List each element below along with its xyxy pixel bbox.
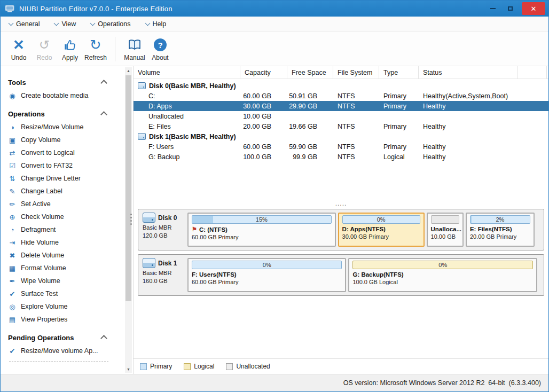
type-cell: Logical — [379, 153, 419, 161]
about-label: About — [152, 54, 168, 61]
disk-info-top: Disk 0 — [143, 213, 185, 223]
copy-volume-icon: ▣ — [8, 136, 17, 144]
sidebar-item-view-properties[interactable]: ▤View Properties — [8, 313, 124, 326]
scrollbar-thumb[interactable] — [126, 75, 131, 301]
sidebar-item-copy-volume[interactable]: ▣Copy Volume — [8, 134, 124, 146]
undo-button[interactable]: ✕ Undo — [6, 36, 32, 61]
free-space-cell: 59.90 GB — [287, 143, 333, 151]
volume-row-f-users[interactable]: F: Users60.00 GB59.90 GBNTFSPrimaryHealt… — [134, 142, 548, 152]
partition-name: E: Files(NTFS) — [470, 226, 512, 232]
hide-volume-icon: ⇥ — [8, 239, 17, 247]
minimize-button[interactable] — [484, 3, 501, 14]
explore-volume-icon: ◎ — [8, 303, 17, 311]
legend-logical: Logical — [184, 363, 214, 370]
disk-info: Disk 0Basic MBR120.0 GB — [138, 209, 185, 250]
volume-name: C: — [134, 92, 240, 100]
close-button[interactable]: ✕ — [522, 2, 545, 15]
disk-group-row[interactable]: Disk 0(Basic MBR, Healthy) — [134, 81, 548, 91]
sidebar-item-change-drive-letter[interactable]: ⇅Change Drive Letter — [8, 172, 124, 185]
menu-item-general[interactable]: General — [9, 20, 40, 28]
column-header-status[interactable]: Status — [419, 66, 518, 79]
splitter-handle[interactable]: ..... — [335, 201, 347, 206]
volume-name: D: Apps — [134, 103, 240, 110]
sidebar-item-check-volume[interactable]: ⊕Check Volume — [8, 210, 124, 223]
disk-group-row[interactable]: Disk 1(Basic MBR, Healthy) — [134, 131, 548, 142]
free-space-cell: 29.90 GB — [287, 103, 333, 110]
table-header: VolumeCapacityFree SpaceFile SystemTypeS… — [134, 66, 548, 79]
apply-button[interactable]: Apply — [57, 36, 83, 61]
menu-label: View — [61, 20, 76, 28]
volume-list: ..... Disk 0(Basic MBR, Healthy)C:60.00 … — [134, 79, 548, 206]
partition-label: D: Apps(NTFS) — [342, 226, 420, 232]
volume-row-unallocated[interactable]: Unallocated10.00 GB — [134, 111, 548, 121]
partition-detail: 30.00 GB Primary — [342, 233, 420, 240]
section-header-pending-operations[interactable]: Pending Operations — [8, 331, 124, 344]
sidebar-item-convert-to-logical[interactable]: ⇄Convert to Logical — [8, 146, 124, 159]
disk-map: Disk 0Basic MBR120.0 GB15%⚑C: (NTFS)60.0… — [134, 206, 548, 358]
menu-label: Help — [153, 20, 167, 28]
clipped-item-outline — [9, 362, 108, 362]
sidebar-item-delete-volume[interactable]: ✖Delete Volume — [8, 249, 124, 262]
about-button[interactable]: ? About — [147, 36, 173, 61]
partition-name: Unalloca... — [431, 226, 462, 232]
sidebar-item-defragment[interactable]: ◔Defragment — [8, 223, 124, 236]
disk-info: Disk 1Basic MBR160.0 GB — [138, 255, 185, 295]
partition-d-apps-ntfs[interactable]: 0%D: Apps(NTFS)30.00 GB Primary — [338, 213, 425, 247]
set-active-icon: ✏ — [8, 200, 17, 208]
disk-info-top: Disk 1 — [143, 258, 185, 268]
partition-c-ntfs[interactable]: 15%⚑C: (NTFS)60.00 GB Primary — [187, 213, 336, 247]
column-header-volume[interactable]: Volume — [134, 66, 240, 79]
panel-splitter-grip[interactable] — [130, 214, 132, 215]
sidebar-item-hide-volume[interactable]: ⇥Hide Volume — [8, 236, 124, 249]
sidebar-item-create-bootable-media[interactable]: ◉Create bootable media — [8, 89, 124, 102]
legend: PrimaryLogicalUnallocated — [134, 358, 548, 374]
sidebar-item-explore-volume[interactable]: ◎Explore Volume — [8, 300, 124, 313]
maximize-button[interactable] — [501, 3, 519, 14]
partitions: 0%F: Users(NTFS)60.00 GB Primary0%G: Bac… — [185, 255, 544, 295]
column-header-free-space[interactable]: Free Space — [287, 66, 333, 79]
partition-f-users-ntfs[interactable]: 0%F: Users(NTFS)60.00 GB Primary — [187, 258, 346, 292]
partition-label: G: Backup(NTFS) — [352, 271, 533, 278]
column-header-capacity[interactable]: Capacity — [240, 66, 287, 79]
refresh-label: Refresh — [84, 54, 107, 61]
sidebar-item-format-volume[interactable]: ▦Format Volume — [8, 262, 124, 275]
section-header-tools[interactable]: Tools — [8, 75, 124, 89]
partition-e-files-ntfs[interactable]: 2%E: Files(NTFS)20.00 GB Primary — [466, 213, 535, 247]
column-header-type[interactable]: Type — [379, 66, 419, 79]
menu-item-help[interactable]: Help — [146, 20, 167, 28]
type-cell: Primary — [379, 92, 419, 100]
unallocated-swatch — [226, 363, 233, 370]
undo-icon: ✕ — [13, 36, 25, 53]
column-header-file-system[interactable]: File System — [333, 66, 379, 79]
partitions: 15%⚑C: (NTFS)60.00 GB Primary0%D: Apps(N… — [185, 209, 544, 250]
sidebar-item-wipe-volume[interactable]: ✒Wipe Volume — [8, 275, 124, 287]
sidebar-item-surface-test[interactable]: ✔Surface Test — [8, 287, 124, 300]
defragment-icon: ◔ — [8, 226, 17, 234]
sidebar-item-label: Set Active — [21, 200, 51, 208]
menu-item-operations[interactable]: Operations — [91, 20, 130, 28]
change-drive-letter-icon: ⇅ — [8, 175, 17, 183]
sidebar-item-resize-move-volume[interactable]: ◑Resize/Move Volume — [8, 121, 124, 134]
sidebar-scrollbar[interactable]: ▲ ▼ — [125, 67, 132, 373]
disk-icon — [143, 258, 155, 268]
volume-row-g-backup[interactable]: G: Backup100.0 GB99.9 GBNTFSLogicalHealt… — [134, 152, 548, 162]
sidebar-item-resize-move-volume-ap[interactable]: ✔Resize/Move volume Ap... — [8, 344, 124, 357]
redo-button[interactable]: ↻ Redo — [32, 36, 57, 61]
sidebar-item-label: Create bootable media — [21, 92, 88, 99]
volume-row-e-files[interactable]: E: Files20.00 GB19.66 GBNTFSPrimaryHealt… — [134, 121, 548, 131]
sidebar-item-convert-to-fat32[interactable]: ☑Convert to FAT32 — [8, 159, 124, 172]
menu-item-view[interactable]: View — [54, 20, 76, 28]
status-bar: OS version: Microsoft Windows Server 201… — [1, 374, 548, 391]
scroll-down-icon[interactable]: ▼ — [125, 366, 132, 373]
volume-row-d-apps[interactable]: D: Apps30.00 GB29.90 GBNTFSPrimaryHealth… — [134, 101, 548, 111]
partition-g-backup-ntfs[interactable]: 0%G: Backup(NTFS)100.0 GB Logical — [348, 258, 537, 292]
partition-unalloca[interactable]: Unalloca...10.00 GB — [427, 213, 464, 247]
sidebar-item-set-active[interactable]: ✏Set Active — [8, 198, 124, 210]
usage-label: 0% — [343, 216, 420, 223]
section-header-operations[interactable]: Operations — [8, 107, 124, 121]
sidebar-item-change-label[interactable]: ✎Change Label — [8, 185, 124, 198]
volume-row-c[interactable]: C:60.00 GB50.91 GBNTFSPrimaryHealthy(Act… — [134, 91, 548, 101]
manual-button[interactable]: Manual — [122, 36, 147, 61]
refresh-button[interactable]: ↻ Refresh — [83, 36, 108, 61]
scroll-up-icon[interactable]: ▲ — [125, 67, 132, 74]
